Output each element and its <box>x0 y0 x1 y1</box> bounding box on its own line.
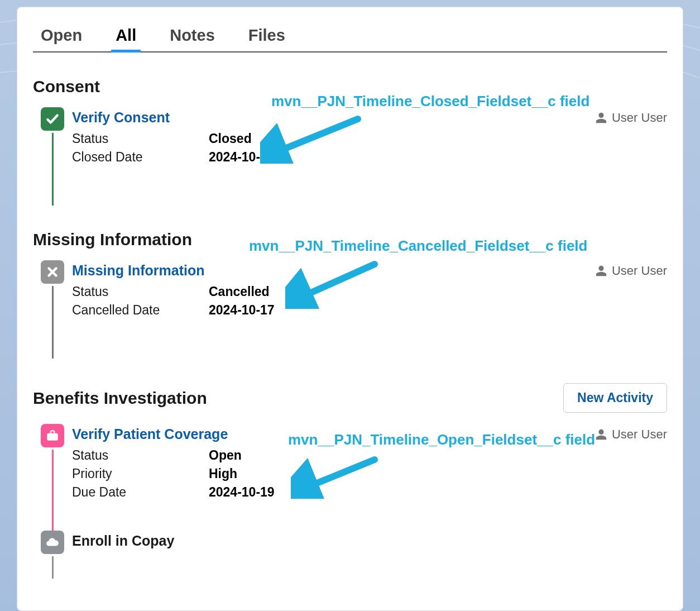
field-label: Cancelled Date <box>72 303 209 318</box>
tabs: Open All Notes Files <box>33 23 667 52</box>
user-label: User User <box>612 111 667 125</box>
tab-notes[interactable]: Notes <box>169 23 216 51</box>
item-verify-coverage: Verify Patient Coverage User User Status… <box>33 424 667 531</box>
user-label: User User <box>612 427 667 442</box>
timeline-rail <box>52 133 54 206</box>
user-chip: User User <box>595 111 667 125</box>
fields-missing: Status Cancelled Cancelled Date 2024-10-… <box>72 284 667 318</box>
field-label: Status <box>72 448 209 463</box>
section-title-consent: Consent <box>33 77 100 96</box>
field-value: Cancelled <box>209 284 667 299</box>
field-label: Status <box>72 131 209 146</box>
link-verify-consent[interactable]: Verify Consent <box>72 109 170 126</box>
tab-all[interactable]: All <box>114 23 137 51</box>
briefcase-icon <box>41 424 64 447</box>
field-value: Closed <box>209 131 667 146</box>
section-consent: Consent Verify Consent User User Stat <box>33 77 667 206</box>
link-missing-info[interactable]: Missing Information <box>72 262 205 279</box>
section-benefits: Benefits Investigation New Activity Veri… <box>33 383 667 579</box>
section-missing: Missing Information Missing Information … <box>33 230 667 359</box>
user-chip: User User <box>595 264 667 278</box>
timeline-rail <box>52 450 54 531</box>
field-label: Due Date <box>72 485 209 500</box>
link-enroll-copay[interactable]: Enroll in Copay <box>72 533 174 549</box>
tab-open[interactable]: Open <box>40 23 83 51</box>
field-value: Open <box>209 448 667 463</box>
tab-files[interactable]: Files <box>247 23 286 51</box>
new-activity-button[interactable]: New Activity <box>563 383 667 413</box>
fields-consent: Status Closed Closed Date 2024-10-17 <box>72 131 667 165</box>
user-icon <box>595 265 607 277</box>
section-title-missing: Missing Information <box>33 230 192 249</box>
user-label: User User <box>612 264 667 278</box>
item-verify-consent: Verify Consent User User Status Closed C… <box>33 107 667 206</box>
timeline-rail <box>52 556 54 579</box>
field-value: High <box>209 466 667 481</box>
check-icon <box>41 107 64 131</box>
item-missing-info: Missing Information User User Status Can… <box>33 260 667 359</box>
field-label: Priority <box>72 466 209 481</box>
x-icon <box>41 260 64 284</box>
svg-rect-2 <box>47 433 58 441</box>
item-enroll-copay: Enroll in Copay <box>33 531 667 579</box>
field-value: 2024-10-17 <box>209 150 667 165</box>
timeline-rail <box>52 286 54 359</box>
field-label: Closed Date <box>72 150 209 165</box>
section-title-benefits: Benefits Investigation <box>33 389 207 408</box>
link-verify-coverage[interactable]: Verify Patient Coverage <box>72 426 228 442</box>
field-label: Status <box>72 284 209 299</box>
user-icon <box>595 428 607 441</box>
field-value: 2024-10-17 <box>209 303 667 318</box>
cloud-icon <box>41 531 64 554</box>
timeline-card: Open All Notes Files Consent Verify Cons… <box>17 7 683 611</box>
field-value: 2024-10-19 <box>209 485 667 500</box>
fields-benefits: Status Open Priority High Due Date 2024-… <box>72 448 667 500</box>
user-icon <box>595 112 607 124</box>
user-chip: User User <box>595 427 667 442</box>
